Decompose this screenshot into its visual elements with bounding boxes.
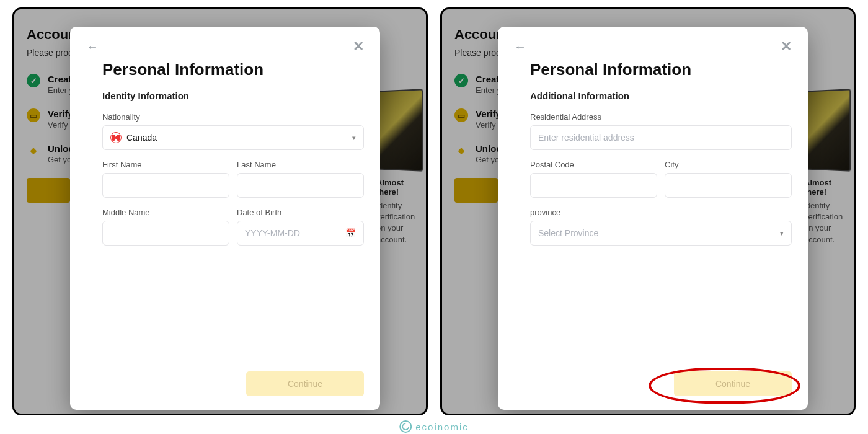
back-arrow-icon[interactable]: ← (86, 40, 99, 54)
nationality-label: Nationality (102, 112, 364, 122)
calendar-icon: 📅 (345, 228, 356, 238)
chevron-down-icon: ▾ (780, 229, 784, 237)
modal-heading: Personal Information (102, 60, 364, 79)
first-name-label: First Name (102, 160, 229, 169)
watermark-logo-icon (399, 420, 412, 433)
modal-heading: Personal Information (530, 60, 792, 79)
close-icon[interactable]: ✕ (353, 38, 364, 55)
modal-additional-info: ← ✕ Personal Information Additional Info… (498, 27, 808, 410)
back-arrow-icon[interactable]: ← (514, 40, 526, 54)
city-input[interactable] (665, 173, 792, 198)
continue-button[interactable]: Continue (246, 371, 364, 396)
close-icon[interactable]: ✕ (781, 38, 792, 55)
postal-input[interactable] (530, 173, 657, 198)
nationality-select[interactable]: Canada ▾ (102, 125, 364, 150)
last-name-label: Last Name (237, 160, 364, 169)
postal-label: Postal Code (530, 160, 657, 169)
continue-button[interactable]: Continue (674, 371, 792, 396)
first-name-input[interactable] (102, 173, 229, 198)
middle-name-input[interactable] (102, 221, 229, 246)
screenshot-left: Account Please proceed ✓ Create Enter yo… (12, 7, 428, 415)
dob-label: Date of Birth (237, 208, 364, 217)
modal-personal-info: ← ✕ Personal Information Identity Inform… (70, 27, 380, 410)
city-label: City (665, 160, 792, 169)
province-label: province (530, 208, 792, 217)
province-select[interactable]: Select Province ▾ (530, 221, 792, 246)
screenshot-right: Account Please proceed ✓ Create Enter yo… (440, 7, 856, 415)
watermark-text: ecoinomic (415, 422, 469, 432)
middle-name-label: Middle Name (102, 208, 229, 217)
address-label: Residential Address (530, 112, 792, 122)
last-name-input[interactable] (237, 173, 364, 198)
chevron-down-icon: ▾ (352, 134, 356, 142)
province-placeholder: Select Province (538, 228, 598, 238)
dob-input[interactable]: 📅 (237, 221, 364, 246)
address-input[interactable] (530, 125, 792, 150)
section-label: Identity Information (102, 91, 364, 101)
nationality-value: Canada (126, 133, 157, 143)
canada-flag-icon (110, 132, 122, 143)
watermark: ecoinomic (399, 420, 469, 433)
section-label: Additional Information (530, 91, 792, 101)
